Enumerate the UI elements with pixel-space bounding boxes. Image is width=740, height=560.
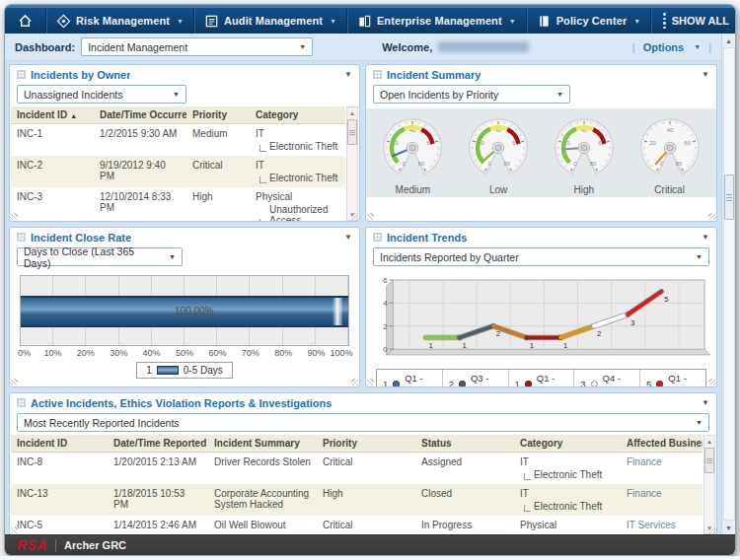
panel-menu-caret-icon[interactable]: ▼ [702,233,709,242]
page-scrollbar[interactable]: ▲ ▼ [721,34,735,534]
policy-center-icon [537,14,552,29]
svg-text:60: 60 [684,140,691,146]
chevron-down-icon: ▼ [330,18,336,25]
legend-count: 1 [146,365,152,376]
resize-grip[interactable] [351,379,358,385]
panel-title: Incident Close Rate [31,232,131,244]
dashboard-bar: Dashboard: Incident Management ▼ Welcome… [5,34,721,61]
column-header[interactable]: Priority [317,435,415,453]
resize-grip[interactable] [708,526,715,533]
cell: 12/10/2014 8:33 PM [94,187,186,221]
active-incidents-table: Incident IDDate/Time Reported▼Incident S… [11,435,715,534]
column-header[interactable]: Category [514,435,621,453]
dropdown-caret-icon: ▼ [165,91,180,98]
x-axis-tick-label: 10% [43,348,61,358]
gauge-medium: 020406080 [369,112,456,183]
panel-menu-caret-icon[interactable]: ▼ [344,233,352,242]
scroll-down-arrow[interactable]: ▼ [725,521,732,534]
cell: 1/20/2015 2:13 AM [108,453,208,485]
column-header[interactable]: Date/Time Occurred [94,106,186,124]
resize-grip[interactable] [11,379,18,385]
column-header[interactable]: Status [415,435,514,453]
close-rate-filter-select[interactable]: Days to Close (Last 365 Days) ▼ [17,247,183,266]
drag-handle-icon[interactable] [17,398,26,407]
nav-item-policy-center[interactable]: Policy Center ▼ [527,8,652,34]
cell: IT Services [621,516,703,534]
column-header[interactable]: Affected Business Unit [621,435,703,453]
table-scrollbar[interactable]: ▲ ▼ [703,435,715,534]
nav-item-audit-management[interactable]: Audit Management ▼ [194,8,347,34]
cell: High [186,187,250,221]
top-nav: Risk Management ▼ Audit Management ▼ Ent… [5,8,735,34]
cell: Oil Well Blowout [208,516,317,534]
enterprise-management-icon [357,14,372,29]
cell: Medium [186,124,250,157]
column-header[interactable]: Date/Time Reported▼ [108,435,208,453]
panel-incident-summary: Incident Summary ▼ Open Incidents by Pri… [365,64,717,222]
scroll-thumb[interactable] [704,448,714,473]
resize-grip[interactable] [11,526,18,533]
dropdown-caret-icon: ▼ [688,419,703,426]
table-row[interactable]: INC-11/2/2015 9:30 AMMediumITElectronic … [11,124,345,157]
incidents-by-owner-filter-select[interactable]: Unassigned Incidents ▼ [17,85,186,104]
resize-grip[interactable] [708,213,715,220]
show-all-dots-icon [663,13,666,29]
category-cell: PhysicalUnauthorized Access [250,187,345,221]
drag-handle-icon[interactable] [373,70,382,79]
filter-value: Open Incidents by Priority [380,89,498,101]
home-button[interactable] [5,8,46,34]
nav-item-risk-management[interactable]: Risk Management ▼ [46,8,194,34]
show-all-button[interactable]: SHOW ALL [651,8,736,34]
panel-menu-caret-icon[interactable]: ▼ [702,398,709,407]
column-header[interactable]: Priority [186,106,250,124]
scroll-thumb[interactable] [724,175,734,220]
column-header[interactable]: Incident ID▲ [11,106,94,124]
nav-item-label: Audit Management [224,15,323,27]
table-row[interactable]: INC-29/19/2012 9:40 PMCriticalITElectron… [11,156,345,187]
scroll-up-arrow[interactable]: ▲ [725,34,732,47]
resize-grip[interactable] [11,213,18,220]
nav-item-label: Risk Management [76,15,170,27]
scroll-up-arrow[interactable]: ▲ [706,436,712,447]
legend-column: 2Q3 - 20121Q4 - 2012 [443,370,509,387]
table-row[interactable]: INC-81/20/2015 2:13 AMDriver Records Sto… [11,453,703,485]
options-menu[interactable]: | Options ▼ | [632,41,711,53]
welcome-label: Welcome, [382,41,432,53]
scroll-thumb[interactable] [347,119,357,145]
table-row[interactable]: INC-312/10/2014 8:33 PMHighPhysicalUnaut… [11,187,345,221]
column-header[interactable]: Category [250,106,345,124]
resize-grip[interactable] [367,379,374,385]
dashboard-select[interactable]: Incident Management ▼ [81,37,313,56]
point-value-label: 2 [597,329,601,338]
separator [55,539,56,552]
drag-handle-icon[interactable] [373,233,382,242]
filter-value: Most Recently Reported Incidents [24,417,180,429]
table-row[interactable]: INC-51/14/2015 2:46 AMOil Well BlowoutCr… [11,516,703,534]
dashboard-label: Dashboard: [15,41,75,53]
cell: In Progress [415,516,514,534]
legend-dot [525,381,532,387]
x-axis-tick-label: 70% [242,348,259,358]
cell: INC-3 [11,187,94,221]
gauge: 020406080Medium [370,112,455,195]
chart-plot-area: 100.00% [20,275,349,346]
trends-line-chart: 024611211235 [372,271,710,366]
incident-summary-filter-select[interactable]: Open Incidents by Priority ▼ [373,85,570,104]
active-incidents-filter-select[interactable]: Most Recently Reported Incidents ▼ [17,413,709,432]
column-header[interactable]: Incident ID [11,435,108,453]
nav-item-enterprise-management[interactable]: Enterprise Management ▼ [347,8,527,34]
scroll-up-arrow[interactable]: ▲ [349,107,355,118]
cell: Critical [317,516,415,534]
panel-menu-caret-icon[interactable]: ▼ [702,70,709,79]
drag-handle-icon[interactable] [17,70,26,79]
table-scrollbar[interactable]: ▲ ▼ [346,106,358,221]
resize-grip[interactable] [351,213,358,220]
table-row[interactable]: INC-131/18/2015 10:53 PMCorporate Accoun… [11,484,703,516]
panel-menu-caret-icon[interactable]: ▼ [344,70,352,79]
legend-column: 1Q1 - 20121Q2 - 2012 [377,370,443,387]
resize-grip[interactable] [708,379,715,385]
trends-filter-select[interactable]: Incidents Reported by Quarter ▼ [373,247,709,266]
resize-grip[interactable] [367,213,374,220]
column-header[interactable]: Incident Summary [208,435,317,453]
drag-handle-icon[interactable] [17,233,26,242]
